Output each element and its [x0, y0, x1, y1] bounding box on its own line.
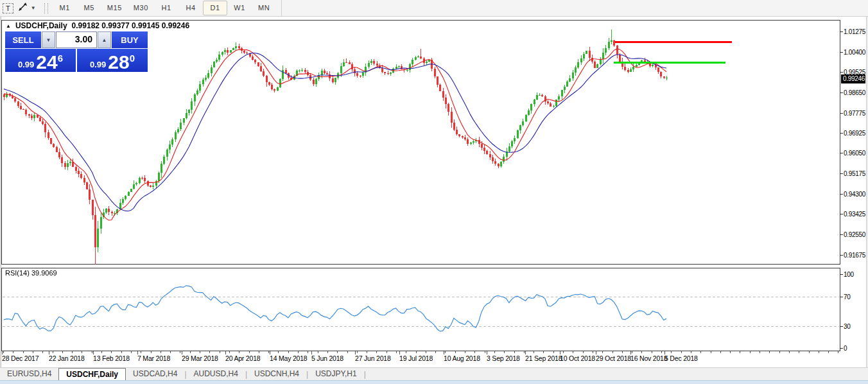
- date-axis-label: 3 Sep 2018: [487, 354, 520, 362]
- rsi-indicator-label: RSI(14) 39.9069: [5, 269, 57, 277]
- date-axis-label: 5 Dec 2018: [664, 354, 698, 362]
- tf-button-d1[interactable]: D1: [203, 1, 227, 15]
- sell-price-prefix: 0.99: [18, 58, 34, 71]
- price-axis-tick: [840, 31, 843, 32]
- chart-tab-eurusd[interactable]: EURUSD,H4: [0, 368, 58, 380]
- price-axis-tick: [840, 133, 843, 134]
- price-axis-label: 0.97775: [844, 109, 865, 116]
- price-axis-label: 0.92550: [844, 231, 865, 238]
- price-axis-tick: [840, 92, 843, 93]
- date-axis-label: 10 Aug 2018: [444, 354, 480, 362]
- collapse-triangle-icon[interactable]: ▲: [6, 23, 11, 29]
- date-axis-label: 14 May 2018: [270, 354, 308, 362]
- price-axis-tick: [840, 234, 843, 235]
- price-axis-label: 0.98650: [844, 89, 865, 96]
- chart-tab-audusd[interactable]: AUDUSD,H4: [187, 368, 245, 380]
- sell-price-button[interactable]: 0.99 24 6: [5, 49, 76, 72]
- date-axis-label: 20 Apr 2018: [225, 354, 260, 362]
- volume-down-button[interactable]: ▼: [42, 31, 55, 48]
- price-axis-tick: [840, 72, 843, 73]
- rsi-axis-tick: [840, 297, 843, 297]
- price-axis-tick: [840, 113, 843, 114]
- date-axis-label: 21 Sep 2018: [525, 354, 562, 362]
- sell-price-pip: 6: [58, 53, 63, 63]
- price-axis-tick: [840, 194, 843, 195]
- toolbar-grip: [44, 3, 48, 13]
- rsi-axis-label: 100: [844, 271, 854, 278]
- price-axis-label: 0.95175: [844, 170, 865, 177]
- buy-price-pip: 0: [130, 53, 135, 63]
- tf-button-mn[interactable]: MN: [252, 1, 276, 15]
- buy-price-prefix: 0.99: [90, 58, 106, 71]
- price-axis-tick: [840, 214, 843, 214]
- rsi-axis-label: 0: [844, 345, 847, 352]
- dropdown-caret-icon: ▼: [31, 5, 36, 11]
- date-axis-label: 19 Jul 2018: [399, 354, 433, 362]
- timeframe-group: M1M5M15M30H1H4D1W1MN: [53, 0, 282, 17]
- chart-title: ▲ USDCHF,Daily 0.99182 0.99377 0.99145 0…: [6, 21, 189, 30]
- arrow-objects-dropdown[interactable]: ▼: [29, 2, 38, 15]
- chart-tab-usdcad[interactable]: USDCAD,H4: [126, 368, 184, 380]
- sell-price-big: 24: [36, 53, 57, 71]
- arrow-objects-icon: [18, 2, 28, 14]
- chart-tab-usdjpy[interactable]: USDJPY,H1: [308, 368, 363, 380]
- tf-button-h4[interactable]: H4: [178, 1, 203, 15]
- price-axis-label: 0.96925: [844, 129, 865, 136]
- text-tool-icon: T: [3, 3, 13, 13]
- window-left-border: [0, 17, 1, 367]
- rsi-chart-canvas[interactable]: [1, 266, 840, 354]
- chart-tab-bar: EURUSD,H4USDCHF,DailyUSDCAD,H4|AUDUSD,H4…: [0, 367, 868, 380]
- date-axis-label: 29 Mar 2018: [182, 354, 218, 362]
- date-axis-label: 10 Oct 2018: [560, 354, 595, 362]
- rsi-axis-tick: [840, 348, 843, 349]
- rsi-axis-tick: [840, 326, 843, 327]
- price-axis-tick: [840, 173, 843, 174]
- volume-input[interactable]: 3.00: [56, 31, 97, 48]
- text-tool-button[interactable]: T: [3, 2, 13, 15]
- tf-button-m5[interactable]: M5: [77, 1, 101, 15]
- price-axis-tick: [840, 52, 843, 53]
- tf-button-w1[interactable]: W1: [227, 1, 252, 15]
- chart-tab-usdcnh[interactable]: USDCNH,H4: [247, 368, 306, 380]
- price-axis-label: 0.93425: [844, 211, 865, 218]
- tab-separator: |: [364, 369, 366, 380]
- price-axis-label: 1.01275: [844, 28, 865, 35]
- status-strip: [0, 380, 868, 384]
- buy-price-big: 28: [108, 53, 129, 71]
- date-axis-label: 29 Oct 2018: [596, 354, 631, 362]
- date-axis-label: 27 Jun 2018: [355, 354, 391, 362]
- rsi-axis-tick: [840, 274, 843, 275]
- price-axis-label: 0.91675: [844, 251, 865, 258]
- date-axis-label: 7 Mar 2018: [137, 354, 170, 362]
- buy-price-button[interactable]: 0.99 28 0: [77, 49, 148, 72]
- tf-button-m30[interactable]: M30: [128, 1, 154, 15]
- date-axis-label: 28 Dec 2017: [2, 354, 39, 362]
- tf-button-m1[interactable]: M1: [53, 1, 77, 15]
- date-axis-label: 16 Nov 2018: [630, 354, 667, 362]
- sell-button[interactable]: SELL: [5, 31, 41, 48]
- rsi-axis-label: 70: [844, 293, 851, 300]
- top-toolbar: T ▼ M1M5M15M30H1H4D1W1MN: [0, 0, 868, 17]
- price-axis-label: 0.96050: [844, 150, 865, 157]
- volume-up-button[interactable]: ▲: [98, 31, 111, 48]
- chart-tab-usdchf[interactable]: USDCHF,Daily: [58, 368, 126, 380]
- date-axis-label: 5 Jun 2018: [311, 354, 343, 362]
- date-axis-label: 13 Feb 2018: [93, 354, 130, 362]
- current-price-tag: 0.99246: [841, 74, 865, 83]
- arrow-objects-button[interactable]: [18, 2, 28, 15]
- date-axis-label: 22 Jan 2018: [49, 354, 85, 362]
- price-axis-tick: [840, 153, 843, 153]
- price-axis-label: 0.94300: [844, 190, 865, 197]
- one-click-trade-panel: SELL ▼ 3.00 ▲ BUY 0.99 24 6 0.99 28 0: [5, 31, 148, 72]
- tf-button-h1[interactable]: H1: [154, 1, 178, 15]
- price-axis-label: 1.00400: [844, 48, 865, 55]
- price-axis-tick: [840, 255, 843, 256]
- symbol-period-label: USDCHF,Daily: [15, 21, 67, 30]
- buy-button[interactable]: BUY: [112, 31, 148, 48]
- rsi-axis-label: 30: [844, 322, 851, 329]
- ohlc-values: 0.99182 0.99377 0.99145 0.99246: [72, 21, 190, 30]
- tf-button-m15[interactable]: M15: [101, 1, 128, 15]
